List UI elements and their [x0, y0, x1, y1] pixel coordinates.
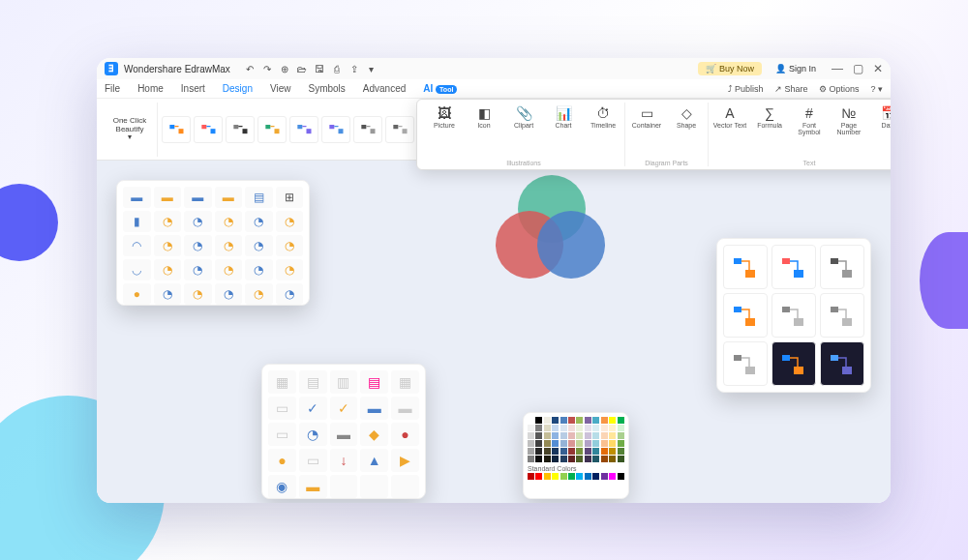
- undo-icon[interactable]: ↶: [244, 63, 256, 74]
- color-swatch[interactable]: [528, 432, 534, 439]
- redo-icon[interactable]: ↷: [261, 63, 273, 74]
- color-swatch[interactable]: [528, 417, 534, 424]
- shape-thumb-7[interactable]: ✓: [330, 397, 358, 420]
- color-swatch[interactable]: [552, 448, 559, 455]
- theme-preview-0[interactable]: [723, 245, 768, 289]
- theme-swatch-3[interactable]: [257, 116, 287, 143]
- color-swatch[interactable]: [568, 417, 575, 424]
- venn-diagram[interactable]: [484, 170, 620, 286]
- chart-thumb-24[interactable]: ●: [123, 283, 151, 305]
- shape-thumb-9[interactable]: ▬: [391, 397, 419, 420]
- color-swatch[interactable]: [560, 417, 567, 424]
- theme-preview-3[interactable]: [723, 293, 768, 338]
- color-swatch[interactable]: [535, 448, 542, 455]
- icon-button[interactable]: ◧Icon: [466, 103, 502, 129]
- color-swatch[interactable]: [592, 440, 599, 447]
- options-button[interactable]: ⚙ Options: [819, 84, 859, 94]
- container-button[interactable]: ▭Container: [628, 103, 665, 129]
- chart-thumb-9[interactable]: ◔: [215, 211, 243, 232]
- color-swatch[interactable]: [576, 425, 583, 431]
- chart-thumb-4[interactable]: ▤: [245, 187, 273, 208]
- shape-thumb-12[interactable]: ▬: [330, 423, 358, 446]
- color-swatch[interactable]: [552, 425, 559, 431]
- shape-thumb-4[interactable]: ▦: [391, 370, 419, 394]
- color-swatch[interactable]: [568, 432, 575, 439]
- theme-swatch-6[interactable]: [353, 116, 382, 143]
- color-swatch[interactable]: [552, 440, 559, 447]
- color-swatch[interactable]: [585, 448, 591, 455]
- std-color-swatch[interactable]: [576, 473, 583, 480]
- timeline-button[interactable]: ⏱Timeline: [585, 103, 621, 129]
- chart-thumb-19[interactable]: ◔: [154, 259, 182, 280]
- color-swatch[interactable]: [528, 456, 534, 462]
- menu-design[interactable]: Design: [223, 83, 253, 94]
- theme-preview-8[interactable]: [820, 341, 864, 386]
- canvas[interactable]: ▬▬▬▬▤⊞▮◔◔◔◔◔◠◔◔◔◔◔◡◔◔◔◔◔●◔◔◔◔◔ ▦▤▥▤▦▭✓✓▬…: [97, 161, 891, 503]
- color-swatch[interactable]: [568, 456, 575, 462]
- color-swatch[interactable]: [601, 417, 608, 424]
- color-swatch[interactable]: [618, 432, 624, 439]
- color-swatch[interactable]: [544, 432, 551, 439]
- chart-button[interactable]: 📊Chart: [545, 103, 582, 129]
- shape-thumb-1[interactable]: ▤: [299, 370, 327, 394]
- color-swatch[interactable]: [535, 432, 542, 439]
- color-swatch[interactable]: [535, 425, 542, 431]
- print-icon[interactable]: ⎙: [331, 63, 343, 74]
- color-swatch[interactable]: [609, 448, 616, 455]
- std-color-swatch[interactable]: [528, 473, 534, 480]
- color-swatch[interactable]: [528, 425, 534, 431]
- new-icon[interactable]: ⊕: [279, 63, 290, 74]
- color-swatch[interactable]: [568, 425, 575, 431]
- shape-thumb-6[interactable]: ✓: [299, 397, 327, 420]
- color-swatch[interactable]: [585, 456, 591, 462]
- chart-thumb-12[interactable]: ◠: [123, 235, 151, 256]
- color-swatch[interactable]: [528, 448, 534, 455]
- shape-thumb-11[interactable]: ◔: [299, 423, 327, 446]
- color-swatch[interactable]: [609, 456, 616, 462]
- color-swatch[interactable]: [576, 417, 583, 424]
- chart-thumb-25[interactable]: ◔: [154, 283, 182, 305]
- color-swatch[interactable]: [535, 456, 542, 462]
- minimize-icon[interactable]: —: [832, 62, 843, 75]
- color-swatch[interactable]: [528, 440, 534, 447]
- shape-thumb-8[interactable]: ▬: [360, 397, 388, 420]
- menu-file[interactable]: File: [105, 83, 120, 94]
- buy-now-button[interactable]: 🛒 Buy Now: [698, 62, 762, 75]
- chart-thumb-18[interactable]: ◡: [123, 259, 151, 280]
- color-swatch[interactable]: [601, 448, 608, 455]
- color-swatch[interactable]: [535, 440, 542, 447]
- color-swatch[interactable]: [618, 440, 624, 447]
- theme-preview-1[interactable]: [771, 245, 816, 289]
- color-swatch[interactable]: [592, 448, 599, 455]
- theme-preview-7[interactable]: [771, 341, 816, 386]
- theme-swatch-7[interactable]: [385, 116, 414, 143]
- menu-insert[interactable]: Insert: [181, 83, 205, 94]
- std-color-swatch[interactable]: [592, 473, 599, 480]
- chart-thumb-5[interactable]: ⊞: [276, 187, 304, 208]
- open-icon[interactable]: 🗁: [296, 63, 308, 74]
- chart-thumb-16[interactable]: ◔: [245, 235, 273, 256]
- chart-thumb-6[interactable]: ▮: [123, 211, 151, 232]
- std-color-swatch[interactable]: [560, 473, 567, 480]
- chart-thumb-20[interactable]: ◔: [184, 259, 212, 280]
- shape-thumb-21[interactable]: ▬: [299, 475, 327, 498]
- chart-thumb-8[interactable]: ◔: [184, 211, 212, 232]
- color-swatch[interactable]: [560, 448, 567, 455]
- chart-thumb-14[interactable]: ◔: [184, 235, 212, 256]
- color-swatch[interactable]: [552, 456, 559, 462]
- date-button[interactable]: 📅Date: [870, 103, 891, 135]
- color-swatch[interactable]: [560, 456, 567, 462]
- shape-thumb-20[interactable]: ◉: [268, 475, 296, 498]
- more-icon[interactable]: ▾: [366, 63, 378, 74]
- std-color-swatch[interactable]: [535, 473, 542, 480]
- color-swatch[interactable]: [560, 432, 567, 439]
- theme-swatch-2[interactable]: [226, 116, 255, 143]
- color-swatch[interactable]: [618, 425, 624, 431]
- chart-thumb-7[interactable]: ◔: [154, 211, 182, 232]
- chart-thumb-27[interactable]: ◔: [215, 283, 243, 305]
- chart-thumb-29[interactable]: ◔: [276, 283, 304, 305]
- color-swatch[interactable]: [576, 432, 583, 439]
- menu-symbols[interactable]: Symbols: [308, 83, 345, 94]
- shape-button[interactable]: ◇Shape: [668, 103, 705, 129]
- theme-preview-6[interactable]: [723, 341, 768, 386]
